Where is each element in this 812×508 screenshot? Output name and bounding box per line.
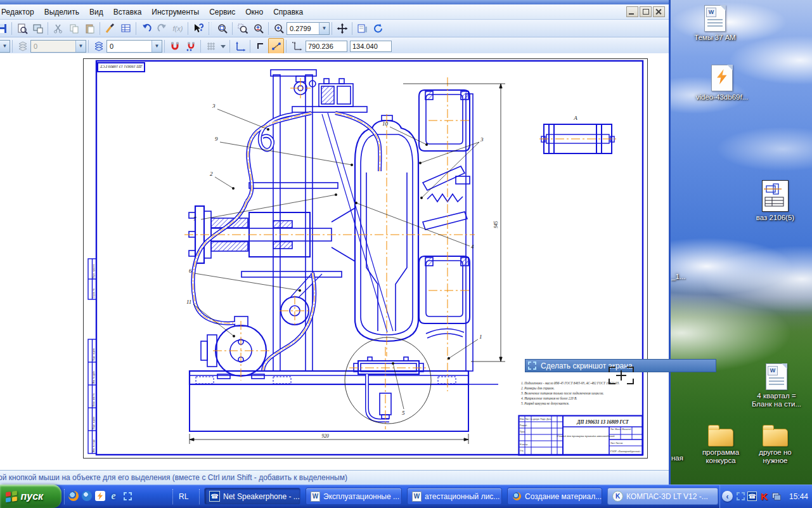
- coordinate-y-field[interactable]: 134.040: [350, 41, 392, 52]
- global-snaps-icon[interactable]: [167, 38, 183, 54]
- taskbar-button-firefox[interactable]: Создание материал...: [507, 488, 602, 505]
- windows-logo-icon: [6, 491, 17, 502]
- winamp-icon[interactable]: [94, 490, 106, 502]
- word-icon: W: [412, 492, 422, 502]
- chevron-down-icon[interactable]: ▼: [75, 41, 86, 52]
- taskbar-button-speakerphone[interactable]: ☎ Net Speakerphone - ...: [204, 488, 300, 505]
- menu-insert[interactable]: Вставка: [108, 6, 147, 18]
- start-button[interactable]: пуск: [0, 485, 61, 508]
- screenshot-tool-icon[interactable]: [122, 490, 133, 502]
- taskbar-button-word2[interactable]: W атестационный лис...: [407, 488, 502, 505]
- copy-icon[interactable]: [66, 20, 82, 36]
- layers-manager-icon[interactable]: [15, 38, 30, 54]
- clipped-combobox[interactable]: ▼: [0, 40, 10, 53]
- menu-editor[interactable]: Редактор: [0, 6, 39, 18]
- desktop-icon-drugoe[interactable]: другое но нужное: [748, 424, 802, 465]
- taskbar-button-word1[interactable]: W Эксплуатационные ...: [306, 488, 402, 505]
- print-preview-icon[interactable]: [14, 20, 30, 36]
- pan-icon[interactable]: [334, 20, 350, 36]
- phone-tray-icon[interactable]: ☎: [747, 492, 757, 501]
- desktop-icon-temy[interactable]: W Темы 37 АМ: [688, 5, 742, 42]
- menu-help[interactable]: Справка: [268, 6, 308, 18]
- zoom-level-value: 0.2799: [287, 25, 319, 32]
- tray-chevron-icon[interactable]: ‹: [722, 491, 733, 502]
- save-icon[interactable]: [0, 20, 10, 36]
- svg-text:3: 3: [212, 103, 216, 109]
- fx-variables-icon[interactable]: f(x): [170, 20, 186, 36]
- grid-icon[interactable]: [203, 38, 219, 54]
- desktop-icon-video[interactable]: video-43db69f...: [695, 65, 749, 101]
- svg-text:Инв. № дубл.: Инв. № дубл.: [93, 370, 95, 384]
- snap-mode-active-icon[interactable]: [268, 38, 284, 54]
- firefox-icon[interactable]: [68, 490, 79, 502]
- local-snaps-icon[interactable]: [183, 38, 198, 54]
- thunderbird-icon[interactable]: [81, 490, 93, 502]
- menu-window[interactable]: Окно: [240, 6, 268, 18]
- svg-text:6: 6: [189, 268, 192, 274]
- screenshot-tray-icon[interactable]: [736, 492, 745, 501]
- svg-text:Утв.: Утв.: [520, 450, 524, 452]
- restore-icon[interactable]: [640, 6, 652, 17]
- ie-icon[interactable]: e: [108, 490, 119, 502]
- language-indicator[interactable]: RL: [179, 485, 188, 508]
- current-layer-icon[interactable]: [91, 38, 106, 54]
- show-document-icon[interactable]: [354, 20, 370, 36]
- drawing-paper: ДП 190631 13 16809 ГСТ Перв. примен. Спр…: [83, 58, 648, 459]
- coordinates-icon[interactable]: [288, 38, 304, 54]
- tray-clock[interactable]: 15:44: [789, 485, 808, 508]
- kompas-drawing-icon: [762, 180, 789, 212]
- menu-select[interactable]: Выделить: [39, 6, 84, 18]
- context-help-icon[interactable]: [190, 20, 206, 36]
- chevron-down-icon[interactable]: ▼: [319, 23, 329, 34]
- minimize-icon[interactable]: [626, 6, 638, 17]
- svg-text:Лит. Масса Масштаб: Лит. Масса Масштаб: [610, 428, 631, 431]
- properties-table-icon[interactable]: [118, 20, 134, 36]
- cut-icon[interactable]: [50, 20, 66, 36]
- chevron-down-icon[interactable]: ▼: [151, 41, 162, 52]
- redo-icon[interactable]: [154, 20, 170, 36]
- desktop-icon-label: программа конкурса: [702, 448, 739, 465]
- chevron-down-icon[interactable]: ▼: [0, 41, 10, 52]
- taskbar-button-kompas[interactable]: K КОМПАС-3D LT V12 -...: [607, 488, 718, 505]
- local-cs-icon[interactable]: [232, 38, 248, 54]
- zoom-current-icon[interactable]: [271, 20, 287, 36]
- crosshair-cursor: [609, 367, 634, 384]
- paste-icon[interactable]: [82, 20, 98, 36]
- kaspersky-icon[interactable]: K: [759, 492, 769, 501]
- menu-view[interactable]: Вид: [84, 6, 108, 18]
- desktop-icon-programma[interactable]: программа конкурса: [693, 424, 748, 465]
- menu-service[interactable]: Сервис: [204, 6, 240, 18]
- screen: W Темы 37 АМ video-43db69f...: [0, 0, 812, 508]
- drawing-canvas[interactable]: ДП 190631 13 16809 ГСТ Перв. примен. Спр…: [0, 53, 669, 471]
- send-to-icon[interactable]: [30, 20, 46, 36]
- folder-icon: [708, 429, 733, 446]
- svg-text:Справ. №: Справ. №: [93, 288, 95, 298]
- current-layer-combobox[interactable]: 0 ▼: [106, 40, 162, 53]
- undo-icon[interactable]: [138, 20, 154, 36]
- refresh-icon[interactable]: [370, 20, 386, 36]
- zoom-frame-icon[interactable]: [235, 20, 250, 36]
- ortho-mode-icon[interactable]: [252, 38, 268, 54]
- desktop-icon-kvartal[interactable]: W 4 квартал = Бланк на сти...: [749, 363, 804, 408]
- svg-text:2: 2: [210, 171, 213, 177]
- svg-text:А: А: [573, 115, 577, 121]
- layer-disabled-combobox[interactable]: 0 ▼: [30, 40, 86, 53]
- grid-dropdown-icon[interactable]: [219, 38, 228, 54]
- desktop-icon-label: другое но нужное: [759, 448, 791, 465]
- desktop-icon-label-partial[interactable]: _1...: [671, 273, 685, 281]
- menu-tools[interactable]: Инструменты: [146, 6, 204, 18]
- coordinate-x-field[interactable]: 790.236: [306, 41, 347, 52]
- network-icon[interactable]: [771, 492, 781, 501]
- svg-text:Подп. и дата: Подп. и дата: [93, 348, 95, 361]
- zoom-level-combobox[interactable]: 0.2799 ▼: [287, 22, 330, 35]
- svg-text:945: 945: [493, 221, 499, 228]
- svg-text:4: 4: [471, 244, 474, 250]
- format-brush-icon[interactable]: [102, 20, 118, 36]
- desktop-icon-label-partial[interactable]: ная: [671, 454, 683, 462]
- svg-text:Перв. примен.: Перв. примен.: [93, 264, 95, 278]
- desktop-icon-vaz[interactable]: ваз 2106(5): [748, 180, 802, 222]
- close-icon[interactable]: [653, 6, 665, 17]
- zoom-by-rectangle-icon[interactable]: [214, 20, 230, 36]
- firefox-icon: [512, 492, 522, 501]
- zoom-in-out-icon[interactable]: [250, 20, 266, 36]
